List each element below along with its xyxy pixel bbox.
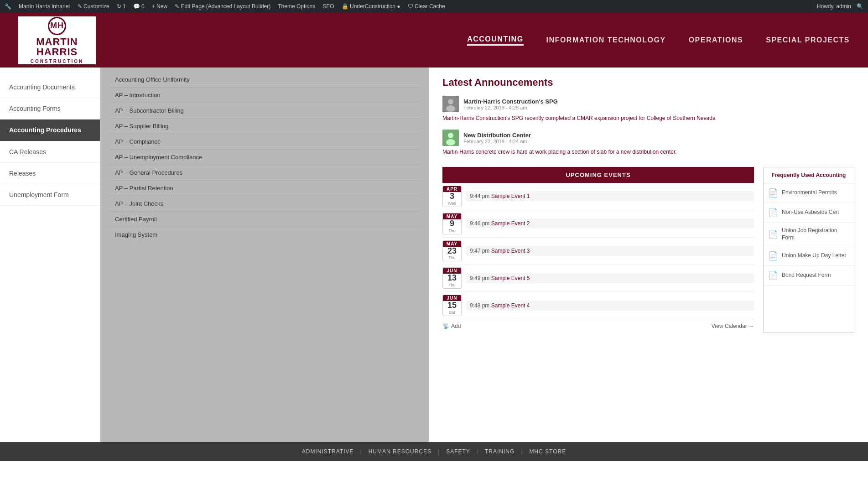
event-day: 15 [443, 301, 461, 310]
submenu-item[interactable]: AP – General Procedures [109, 165, 420, 181]
freq-item-label: Bond Request Form [782, 272, 831, 279]
freq-item-label: Non-Use Asbestos Cert [782, 209, 839, 216]
event-row[interactable]: JUN 15 Sat 9:48 pm Sample Event 4 [442, 292, 754, 319]
svg-point-1 [448, 99, 453, 104]
document-icon: 📄 [768, 229, 778, 239]
seo[interactable]: SEO [322, 3, 334, 10]
event-month: MAY [443, 241, 461, 247]
event-row[interactable]: JUN 13 Thu 9:49 pm Sample Event 5 [442, 265, 754, 292]
event-time: 9:48 pm [470, 302, 489, 309]
footer-link[interactable]: TRAINING [485, 448, 515, 455]
event-name: Sample Event 5 [491, 275, 530, 281]
event-month: MAY [443, 213, 461, 219]
freq-item[interactable]: 📄 Non-Use Asbestos Cert [764, 203, 854, 223]
logo[interactable]: MH MARTIN HARRIS CONSTRUCTION [18, 16, 96, 64]
announcement-1-author: Martin-Harris Construction's SPG [463, 98, 558, 105]
rss-icon: 📡 [442, 323, 449, 329]
event-dow: Sat [443, 310, 461, 316]
footer-link[interactable]: SAFETY [446, 448, 470, 455]
main-content: Latest Announcements Martin-Harris Const… [429, 68, 868, 442]
event-detail: 9:49 pm Sample Event 5 [466, 273, 754, 283]
announcement-1: Martin-Harris Construction's SPG Februar… [442, 96, 854, 122]
footer-separator: | [521, 448, 523, 455]
event-row[interactable]: MAY 23 Thu 9:47 pm Sample Event 3 [442, 238, 754, 265]
submenu-item[interactable]: AP – Unemployment Compliance [109, 150, 420, 165]
document-icon: 📄 [768, 251, 778, 261]
sidebar-item-ca-releases[interactable]: CA Releases [0, 141, 100, 163]
submenu-item[interactable]: Imaging System [109, 227, 420, 242]
events-header: UPCOMING EVENTS [442, 167, 754, 183]
event-detail: 9:44 pm Sample Event 1 [466, 191, 754, 201]
submenu-item[interactable]: AP – Subcontractor Billing [109, 103, 420, 119]
add-event-button[interactable]: 📡 Add [442, 323, 461, 329]
footer-link[interactable]: ADMINISTRATIVE [302, 448, 354, 455]
theme-options[interactable]: Theme Options [278, 3, 315, 10]
freq-item[interactable]: 📄 Union Make Up Day Letter [764, 246, 854, 266]
freq-list: 📄 Environmental Permits 📄 Non-Use Asbest… [764, 183, 854, 286]
sidebar-item-releases[interactable]: Releases [0, 163, 100, 184]
sidebar-item-accounting-procedures[interactable]: Accounting Procedures [0, 119, 100, 141]
announcement-2-date: February 22, 2019 - 4:24 am [463, 139, 531, 144]
submenu-item[interactable]: Accounting Office Uniformity [109, 72, 420, 88]
site-name[interactable]: Martin Harris Intranet [19, 3, 70, 10]
upcoming-events: UPCOMING EVENTS APR 3 Wed 9:44 pm Sample… [442, 167, 754, 333]
clear-cache[interactable]: 🛡 Clear Cache [408, 3, 445, 10]
comments[interactable]: 💬 0 [133, 3, 145, 10]
event-row[interactable]: MAY 9 Thu 9:46 pm Sample Event 2 [442, 210, 754, 238]
event-detail: 9:47 pm Sample Event 3 [466, 246, 754, 256]
sidebar-item-unemployment-form[interactable]: Unemployment Form [0, 184, 100, 206]
site-footer: ADMINISTRATIVE|HUMAN RESOURCES|SAFETY|TR… [0, 442, 868, 461]
submenu-item[interactable]: AP – Supplier Billing [109, 119, 420, 134]
event-dow: Wed [443, 201, 461, 207]
avatar-1 [442, 96, 459, 112]
under-construction[interactable]: 🔒 UnderConstruction ● [342, 3, 400, 10]
event-name: Sample Event 1 [491, 193, 530, 199]
submenu-item[interactable]: Certified Payroll [109, 212, 420, 227]
submenu-item[interactable]: AP – Partial Retention [109, 181, 420, 196]
svg-point-4 [448, 133, 453, 138]
event-name: Sample Event 3 [491, 248, 530, 254]
logo-line3: CONSTRUCTION [31, 59, 84, 64]
svg-point-5 [446, 139, 455, 145]
document-icon: 📄 [768, 270, 778, 280]
event-dow: Thu [443, 229, 461, 234]
wp-icon[interactable]: 🔧 [5, 3, 11, 10]
freq-item[interactable]: 📄 Bond Request Form [764, 266, 854, 286]
event-name: Sample Event 2 [491, 220, 530, 227]
new-button[interactable]: + New [152, 3, 167, 10]
customize[interactable]: ✎ Customize [78, 3, 109, 10]
logo-line1: MARTIN [31, 37, 84, 47]
nav-special-projects[interactable]: SPECIAL PROJECTS [766, 36, 850, 44]
event-dow: Thu [443, 255, 461, 261]
admin-bar: 🔧 Martin Harris Intranet ✎ Customize ↻ 1… [0, 0, 868, 13]
footer-link[interactable]: HUMAN RESOURCES [369, 448, 431, 455]
sidebar-item-accounting-forms[interactable]: Accounting Forms [0, 98, 100, 119]
event-row[interactable]: APR 3 Wed 9:44 pm Sample Event 1 [442, 183, 754, 210]
submenu-item[interactable]: AP – Introduction [109, 88, 420, 103]
nav-it[interactable]: INFORMATION TECHNOLOGY [546, 36, 666, 44]
view-calendar-button[interactable]: View Calendar → [712, 323, 754, 329]
events-list: APR 3 Wed 9:44 pm Sample Event 1 MAY 9 T… [442, 183, 754, 319]
edit-page[interactable]: ✎ Edit Page (Advanced Layout Builder) [175, 3, 270, 10]
nav-accounting[interactable]: ACCOUNTING [467, 35, 523, 46]
event-time: 9:47 pm [470, 248, 489, 254]
events-footer: 📡 Add View Calendar → [442, 319, 754, 333]
freq-item[interactable]: 📄 Environmental Permits [764, 183, 854, 203]
search-icon[interactable]: 🔍 [857, 3, 863, 10]
event-detail: 9:48 pm Sample Event 4 [466, 301, 754, 311]
event-time: 9:49 pm [470, 275, 489, 281]
event-dow: Thu [443, 283, 461, 288]
updates[interactable]: ↻ 1 [117, 3, 126, 10]
freq-item[interactable]: 📄 Union Job Registration Form [764, 223, 854, 246]
footer-separator: | [477, 448, 478, 455]
add-label: Add [451, 323, 461, 329]
event-time: 9:44 pm [470, 193, 489, 199]
submenu: Accounting Office UniformityAP – Introdu… [100, 68, 429, 442]
sidebar-item-accounting-documents[interactable]: Accounting Documents [0, 77, 100, 98]
event-date-box: MAY 9 Thu [442, 213, 462, 234]
submenu-item[interactable]: AP – Compliance [109, 134, 420, 150]
footer-link[interactable]: MHC STORE [529, 448, 566, 455]
event-day: 13 [443, 274, 461, 283]
nav-operations[interactable]: OPERATIONS [689, 36, 743, 44]
submenu-item[interactable]: AP – Joint Checks [109, 196, 420, 212]
